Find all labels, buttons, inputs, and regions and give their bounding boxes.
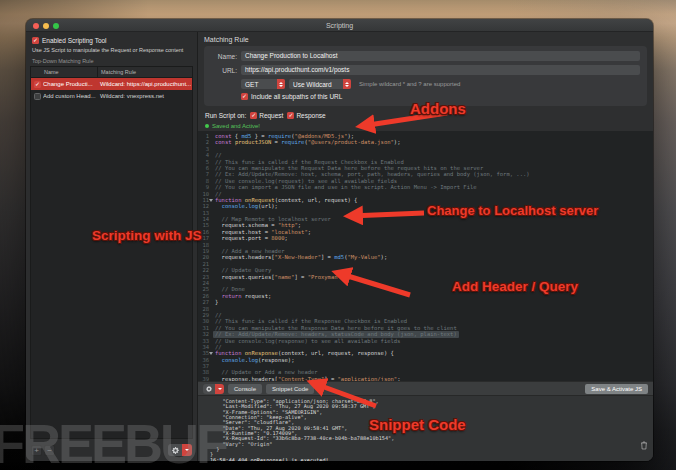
editor-toolbar: Console Snippet Code Save & Activate JS: [198, 381, 653, 395]
right-panel: Matching Rule Name: Change Production to…: [198, 32, 653, 461]
wildcard-value: Use Wildcard: [293, 81, 332, 88]
rule-name: Add custom Head...: [43, 93, 97, 99]
rule-enabled-checkbox[interactable]: ✓: [34, 81, 41, 88]
rule-table: Name Matching Rule ✓Change Producti...Wi…: [30, 66, 193, 439]
snippet-code-button[interactable]: Snippet Code: [266, 384, 314, 394]
sidebar-bottom-bar: + −: [26, 439, 197, 461]
annotation-addons: Addons: [410, 100, 466, 117]
editor-actions-dropdown[interactable]: [215, 384, 224, 394]
clear-console-button[interactable]: [640, 441, 648, 451]
rule-enabled-checkbox[interactable]: [34, 93, 41, 100]
name-label: Name:: [211, 53, 237, 60]
rule-row[interactable]: ✓Change Producti...Wildcard: https://api…: [31, 78, 192, 90]
settings-dropdown-button[interactable]: [182, 444, 192, 456]
remove-rule-button[interactable]: −: [44, 445, 55, 456]
name-input[interactable]: Change Production to Localhost: [241, 51, 640, 61]
chevron-down-icon: [218, 388, 222, 390]
status-row: Saved and Active!: [198, 119, 653, 131]
response-label: Response: [296, 112, 325, 119]
trash-icon: [640, 441, 648, 450]
rule-name: Change Producti...: [43, 81, 97, 87]
annotation-scripting-with-js: Scripting with JS: [92, 228, 202, 243]
wildcard-hint: Simple wildcard * and ? are supported: [359, 81, 460, 87]
enable-scripting-checkbox[interactable]: ✓: [32, 37, 39, 44]
rule-rows: ✓Change Producti...Wildcard: https://api…: [31, 78, 192, 438]
matching-rule-form: Name: Change Production to Localhost URL…: [204, 46, 647, 106]
matching-rule-header: Matching Rule: [198, 32, 653, 46]
url-input[interactable]: https://api.producthunt.com/v1/posts: [241, 65, 640, 75]
subpaths-label: Include all subpaths of this URL: [251, 93, 342, 100]
request-label: Request: [259, 112, 283, 119]
stepper-icon: [277, 79, 285, 89]
console-tab-button[interactable]: Console: [228, 384, 262, 394]
enable-scripting-label: Enabled Scripting Tool: [42, 37, 107, 44]
rule-pattern: Wildcard: https://api.producthunt...: [97, 81, 192, 87]
chevron-down-icon: [185, 449, 189, 451]
main-area: ✓ Enabled Scripting Tool Use JS Script t…: [26, 32, 653, 461]
code-editor[interactable]: 1const { md5 } = require("@addons/MD5.js…: [198, 131, 653, 381]
sidebar-settings-button[interactable]: [168, 444, 192, 456]
response-checkbox[interactable]: ✓: [287, 112, 294, 119]
request-checkbox[interactable]: ✓: [250, 112, 257, 119]
method-dropdown[interactable]: GET: [241, 79, 285, 89]
console-footer: 16:58:44.404 onResponse() is executed!: [210, 458, 649, 461]
column-header-name[interactable]: Name: [31, 67, 98, 77]
add-rule-button[interactable]: +: [31, 445, 42, 456]
desktop: { "window": { "title": "Scripting" }, "s…: [0, 0, 676, 470]
matching-rule-section-label: Top-Down Matching Rule: [26, 53, 197, 66]
stepper-icon: [343, 79, 351, 89]
annotation-add-header-query: Add Header / Query: [452, 279, 578, 294]
annotation-change-to-localhost: Change to Localhost server: [427, 203, 598, 218]
sidebar: ✓ Enabled Scripting Tool Use JS Script t…: [26, 32, 198, 461]
url-label: URL:: [211, 67, 237, 74]
gear-icon: [168, 444, 182, 456]
gear-icon: [203, 384, 215, 394]
rule-pattern: Wildcard: vnexpress.net: [97, 93, 192, 99]
run-script-label: Run Script on:: [205, 112, 246, 119]
rule-row[interactable]: Add custom Head...Wildcard: vnexpress.ne…: [31, 90, 192, 102]
column-header-matching-rule[interactable]: Matching Rule: [98, 67, 192, 77]
sidebar-description: Use JS Script to manipulate the Request …: [26, 44, 197, 53]
code-lines: 1const { md5 } = require("@addons/MD5.js…: [198, 133, 653, 381]
status-text: Saved and Active!: [212, 123, 260, 129]
title-bar[interactable]: Scripting: [26, 19, 653, 32]
rule-table-header: Name Matching Rule: [31, 67, 192, 78]
window-title: Scripting: [26, 22, 653, 29]
save-activate-button[interactable]: Save & Activate JS: [585, 384, 648, 394]
editor-settings-button[interactable]: [203, 384, 224, 394]
method-value: GET: [245, 81, 258, 88]
annotation-snippet-code: Snippet Code: [369, 416, 466, 433]
wildcard-dropdown[interactable]: Use Wildcard: [289, 79, 351, 89]
status-dot-icon: [205, 124, 209, 128]
subpaths-checkbox[interactable]: ✓: [241, 93, 248, 100]
